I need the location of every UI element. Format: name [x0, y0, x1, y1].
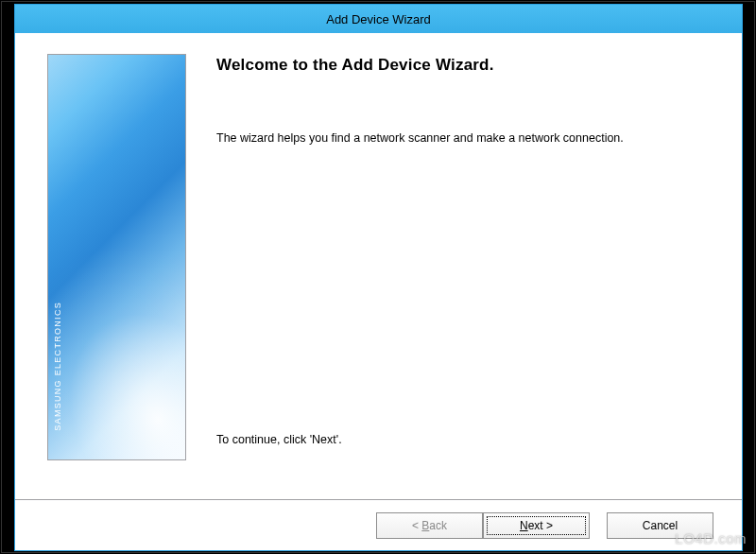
main-panel: Welcome to the Add Device Wizard. The wi…: [216, 54, 719, 482]
wizard-body-text: The wizard helps you find a network scan…: [216, 130, 719, 147]
wizard-continue-hint: To continue, click 'Next'.: [216, 433, 719, 446]
button-bar: < Back Next > Cancel: [15, 499, 742, 550]
sidebar-brand-text: SAMSUNG ELECTRONICS: [53, 302, 62, 431]
watermark: LO4D.com: [675, 530, 747, 546]
next-button[interactable]: Next >: [483, 512, 590, 539]
window-title: Add Device Wizard: [326, 12, 431, 26]
wizard-window: Add Device Wizard SAMSUNG ELECTRONICS We…: [15, 5, 742, 550]
wizard-heading: Welcome to the Add Device Wizard.: [216, 56, 719, 75]
decorative-swoosh: [47, 196, 186, 460]
content-area: SAMSUNG ELECTRONICS Welcome to the Add D…: [15, 33, 742, 499]
wizard-sidebar-image: SAMSUNG ELECTRONICS: [47, 54, 186, 460]
back-button: < Back: [376, 512, 483, 539]
titlebar: Add Device Wizard: [15, 5, 742, 33]
